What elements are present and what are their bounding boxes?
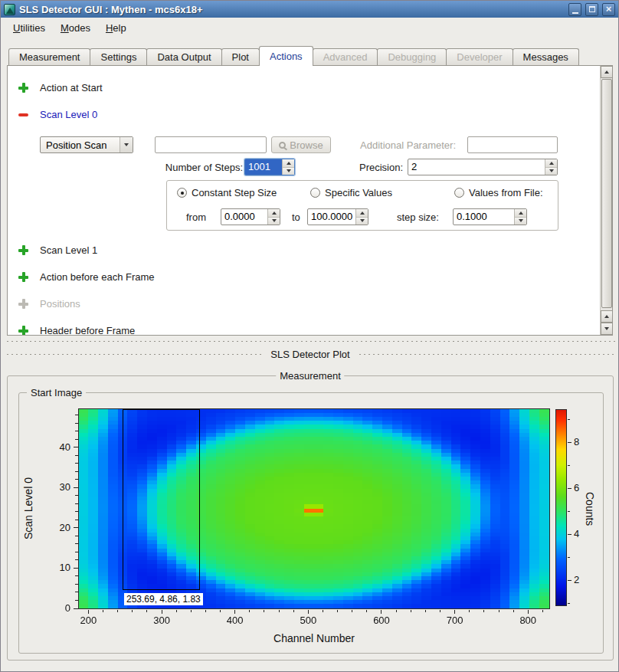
x-tick-label: 700 [440, 615, 470, 626]
menu-modes[interactable]: Modes [53, 19, 98, 37]
expand-positions-icon[interactable] [18, 299, 28, 309]
scrollbar-thumb[interactable] [601, 79, 612, 308]
x-tick [308, 610, 309, 614]
scrollbar-up-button[interactable] [601, 66, 613, 78]
to-spin-up-button[interactable] [356, 209, 368, 217]
app-icon [4, 4, 15, 15]
maximize-button[interactable] [585, 3, 598, 16]
x-tick-label: 300 [146, 615, 177, 626]
y-minor-tick [75, 471, 78, 472]
y-tick-label: 20 [45, 522, 70, 533]
to-value[interactable]: 100.0000 [308, 209, 355, 225]
x-minor-tick [483, 610, 484, 612]
values-from-file-radio[interactable] [454, 188, 464, 198]
scrollbar-down-button[interactable] [601, 323, 613, 335]
tab-advanced[interactable]: Advanced [313, 48, 378, 66]
steps-spin-up-button[interactable] [283, 159, 294, 167]
from-value[interactable]: 0.0000 [221, 209, 267, 225]
x-minor-tick [440, 610, 441, 612]
number-of-steps-value[interactable]: 1001 [245, 159, 282, 175]
tab-plot[interactable]: Plot [221, 48, 260, 66]
x-minor-tick [323, 610, 323, 612]
step-size-label: step size: [397, 211, 439, 223]
minimize-button[interactable] [568, 3, 581, 16]
panel-scrollbar[interactable] [600, 66, 612, 335]
colorbar-tick [568, 488, 572, 489]
x-tick [88, 610, 89, 614]
dock-handle-left [5, 353, 263, 356]
plot-canvas-frame[interactable]: 253.69, 4.86, 1.83 [78, 408, 550, 609]
x-minor-tick [146, 610, 147, 612]
expand-action-before-frame-icon[interactable] [18, 272, 28, 282]
colorbar-tick [568, 534, 572, 535]
y-minor-tick [75, 575, 78, 576]
browse-button[interactable]: Browse [271, 136, 331, 153]
constant-step-size-radio[interactable] [177, 188, 187, 198]
x-minor-tick [366, 610, 367, 612]
x-minor-tick [499, 610, 499, 612]
x-minor-tick [411, 610, 411, 612]
y-minor-tick [75, 463, 78, 464]
from-spin-down-button[interactable] [268, 217, 280, 225]
x-tick-label: 800 [513, 615, 543, 626]
y-minor-tick [75, 536, 78, 536]
additional-parameter-input[interactable] [467, 136, 558, 153]
expand-action-at-start-icon[interactable] [18, 83, 28, 93]
y-tick-label: 0 [45, 602, 70, 614]
step-spin-up-button[interactable] [515, 209, 526, 217]
scan-mode-value: Position Scan [41, 139, 120, 151]
collapse-scan-level-0-icon[interactable] [18, 110, 28, 120]
x-tick [234, 610, 235, 614]
menu-help[interactable]: Help [98, 19, 134, 37]
scan-script-input[interactable] [155, 136, 267, 153]
x-tick [528, 610, 529, 614]
precision-value[interactable]: 2 [408, 159, 545, 175]
close-button[interactable]: × [602, 3, 615, 16]
tab-data-output[interactable]: Data Output [146, 48, 221, 66]
tab-debugging[interactable]: Debugging [377, 48, 447, 66]
specific-values-radio[interactable] [310, 188, 320, 198]
splitter-handle[interactable] [5, 340, 615, 343]
expand-scan-level-1-icon[interactable] [18, 245, 28, 255]
expand-header-before-frame-icon[interactable] [18, 326, 28, 336]
x-minor-tick [396, 610, 397, 612]
plot-dock-splitter[interactable]: SLS Detector Plot [1, 336, 619, 369]
steps-spin-down-button[interactable] [283, 167, 294, 175]
tab-actions[interactable]: Actions [259, 46, 313, 66]
colorbar-tick-label: 4 [574, 528, 589, 539]
plot-dock-title: SLS Detector Plot [270, 349, 349, 360]
tab-messages[interactable]: Messages [513, 48, 579, 66]
menu-utilities[interactable]: Utilities [5, 19, 53, 37]
precision-spin-down-button[interactable] [545, 167, 557, 175]
x-minor-tick [220, 610, 221, 612]
dock-handle-right [358, 353, 615, 356]
from-label: from [186, 211, 206, 223]
colorbar-minor-tick [568, 419, 570, 420]
colorbar-minor-tick [568, 511, 570, 512]
scrollbar-up-button-2[interactable] [601, 310, 613, 323]
measurement-group: Measurement Start Image Scan Level 0 253… [7, 375, 614, 661]
x-tick [162, 610, 162, 614]
precision-spin-up-button[interactable] [545, 159, 557, 167]
tab-settings[interactable]: Settings [90, 48, 147, 66]
step-size-value[interactable]: 0.1000 [454, 209, 514, 225]
y-tick-label: 30 [45, 481, 70, 493]
y-minor-tick [75, 503, 78, 504]
x-tick-label: 400 [220, 615, 251, 626]
step-size-spinbox: 0.1000 [453, 208, 527, 225]
zoom-selection-rect [123, 409, 199, 590]
y-minor-tick [75, 495, 78, 496]
tab-measurement[interactable]: Measurement [8, 48, 90, 66]
y-tick [74, 447, 78, 447]
scan-mode-combo[interactable]: Position Scan [40, 136, 133, 153]
minimize-icon [572, 12, 578, 14]
to-spin-down-button[interactable] [356, 217, 368, 225]
from-spin-up-button[interactable] [268, 209, 280, 217]
colorbar-tick-label: 6 [574, 482, 589, 493]
scan-level-1-label: Scan Level 1 [40, 244, 97, 256]
step-spin-down-button[interactable] [515, 217, 526, 225]
y-minor-tick [75, 479, 78, 480]
colorbar-tick [568, 442, 572, 443]
measurement-group-title: Measurement [276, 370, 344, 382]
tab-developer[interactable]: Developer [446, 48, 513, 66]
